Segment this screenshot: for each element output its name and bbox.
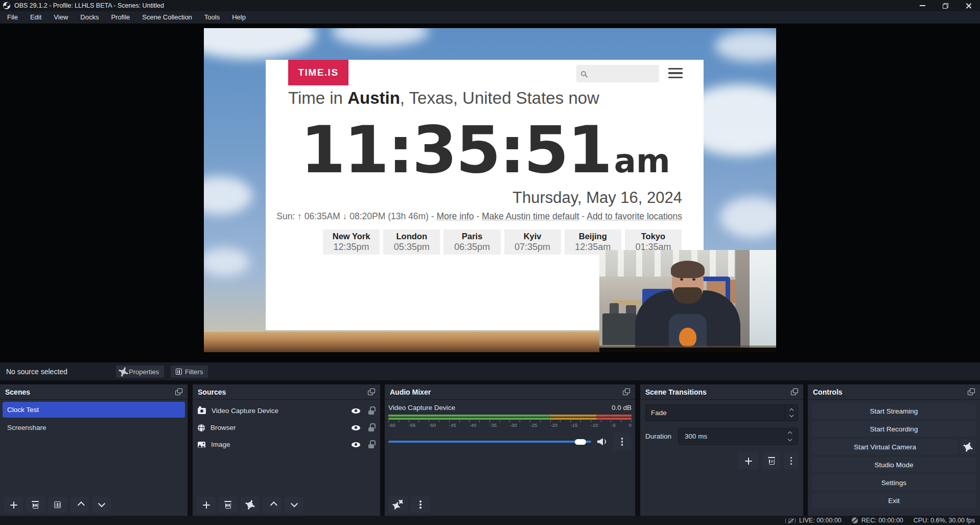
chevron-down-icon <box>789 413 793 417</box>
duration-spinbox[interactable]: 300 ms <box>678 428 798 445</box>
source-label: Browser <box>211 424 352 431</box>
scene-item-clock-test[interactable]: Clock Test <box>3 402 185 418</box>
tick-label: -25 <box>530 422 538 428</box>
city-name: New York <box>333 232 370 241</box>
preview-area: TIME.IS Time in Austin, Texas, United St… <box>0 24 980 362</box>
menu-scene-collection[interactable]: Scene Collection <box>136 11 198 24</box>
studio-mode-button[interactable]: Studio Mode <box>812 457 976 472</box>
duration-label: Duration <box>645 432 678 440</box>
popout-icon[interactable] <box>791 389 798 395</box>
transition-select[interactable]: Fade <box>645 404 798 421</box>
heading-suffix: , Texas, United States now <box>400 88 599 107</box>
minimize-button[interactable] <box>911 0 934 11</box>
source-properties-button[interactable] <box>241 497 260 513</box>
plus-icon <box>10 501 17 509</box>
source-label: Image <box>211 441 352 448</box>
tick-label: -10 <box>591 422 598 428</box>
menu-view[interactable]: View <box>48 11 74 24</box>
chevron-down-icon <box>290 500 297 507</box>
cpu-status: CPU: 0.6%, 30.00 fps <box>914 517 975 524</box>
tick-label: -60 <box>388 422 395 428</box>
webcam-overlay[interactable] <box>599 250 776 352</box>
menu-bar: File Edit View Docks Profile Scene Colle… <box>0 11 980 24</box>
scene-filters-button[interactable] <box>48 497 67 513</box>
cloud <box>204 176 252 215</box>
gear-icon <box>399 499 403 504</box>
unlock-icon[interactable] <box>368 444 374 448</box>
source-row-browser[interactable]: Browser <box>193 419 380 436</box>
restore-button[interactable] <box>934 0 957 11</box>
program-video-frame[interactable]: TIME.IS Time in Austin, Texas, United St… <box>204 28 776 352</box>
move-scene-up-button[interactable] <box>70 497 89 513</box>
vertical-dots-icon <box>790 460 792 462</box>
add-scene-button[interactable] <box>4 497 23 513</box>
camera-icon <box>198 408 206 414</box>
window-title: OBS 29.1.2 - Profile: LLHLS BETA - Scene… <box>14 2 164 9</box>
select-arrows[interactable] <box>784 405 798 421</box>
popout-icon[interactable] <box>368 389 375 395</box>
properties-button[interactable]: Properties <box>116 366 164 378</box>
filters-button[interactable]: Filters <box>171 366 208 378</box>
visibility-eye-icon[interactable] <box>352 425 360 430</box>
menu-file[interactable]: File <box>1 11 24 24</box>
close-button[interactable] <box>957 0 980 11</box>
cloud <box>715 31 776 61</box>
settings-button[interactable]: Settings <box>812 475 976 490</box>
vertical-dots-icon <box>621 441 623 443</box>
image-icon <box>198 442 205 448</box>
trash-icon <box>769 459 775 465</box>
start-recording-button[interactable]: Start Recording <box>812 421 976 437</box>
duration-value: 300 ms <box>679 432 784 440</box>
menu-tools[interactable]: Tools <box>198 11 226 24</box>
webcam-chair <box>602 313 638 345</box>
advanced-audio-button[interactable] <box>388 496 408 513</box>
start-virtual-camera-button[interactable]: Start Virtual Camera <box>812 439 958 454</box>
unlock-icon[interactable] <box>368 410 374 415</box>
rec-status: REC: 00:00:00 <box>852 517 903 524</box>
exit-button[interactable]: Exit <box>812 493 976 508</box>
visibility-eye-icon[interactable] <box>352 442 360 447</box>
spin-arrows[interactable] <box>784 432 798 441</box>
mixer-menu-button[interactable] <box>411 496 430 513</box>
popout-icon[interactable] <box>968 389 975 395</box>
speaker-icon[interactable] <box>597 438 606 445</box>
scene-item-screenshare[interactable]: Screenshare <box>3 420 185 436</box>
menu-profile[interactable]: Profile <box>105 11 136 24</box>
virtual-camera-config-button[interactable] <box>960 439 976 454</box>
chevron-up-icon <box>77 501 84 508</box>
double-gear-icon <box>393 500 403 509</box>
title-bar: OBS 29.1.2 - Profile: LLHLS BETA - Scene… <box>0 0 980 11</box>
move-source-up-button[interactable] <box>263 497 282 513</box>
popout-icon[interactable] <box>175 389 182 395</box>
unlock-icon[interactable] <box>368 427 374 431</box>
add-favorite-link: Add to favorite locations <box>587 211 682 221</box>
source-row-video-capture[interactable]: Video Capture Device <box>193 402 380 419</box>
live-status: LIVE: 00:00:00 <box>785 517 842 524</box>
live-time-text: LIVE: 00:00:00 <box>799 517 842 524</box>
remove-scene-button[interactable] <box>26 497 45 513</box>
mixer-options-button[interactable] <box>613 432 632 451</box>
source-status-text: No source selected <box>6 368 67 376</box>
sources-toolbar <box>197 497 304 513</box>
start-streaming-button[interactable]: Start Streaming <box>812 403 976 419</box>
scenes-title: Scenes <box>5 388 30 396</box>
add-source-button[interactable] <box>197 497 216 513</box>
visibility-eye-icon[interactable] <box>352 408 360 414</box>
scenes-dock: Scenes Clock Test Screenshare <box>0 384 188 516</box>
remove-source-button[interactable] <box>219 497 238 513</box>
popout-icon[interactable] <box>623 389 630 395</box>
remove-transition-button[interactable] <box>763 452 780 469</box>
move-source-down-button[interactable] <box>285 497 304 513</box>
transition-options-button[interactable] <box>784 452 798 469</box>
menu-docks[interactable]: Docks <box>74 11 105 24</box>
move-scene-down-button[interactable] <box>92 497 111 513</box>
add-transition-button[interactable] <box>738 452 759 469</box>
menu-help[interactable]: Help <box>226 11 252 24</box>
volume-slider[interactable] <box>388 441 591 443</box>
source-row-image[interactable]: Image <box>193 436 380 453</box>
gear-icon <box>121 369 127 375</box>
menu-edit[interactable]: Edit <box>24 11 48 24</box>
tick-label: -35 <box>489 422 497 428</box>
transition-value: Fade <box>646 409 784 417</box>
volume-slider-handle[interactable] <box>575 439 586 445</box>
